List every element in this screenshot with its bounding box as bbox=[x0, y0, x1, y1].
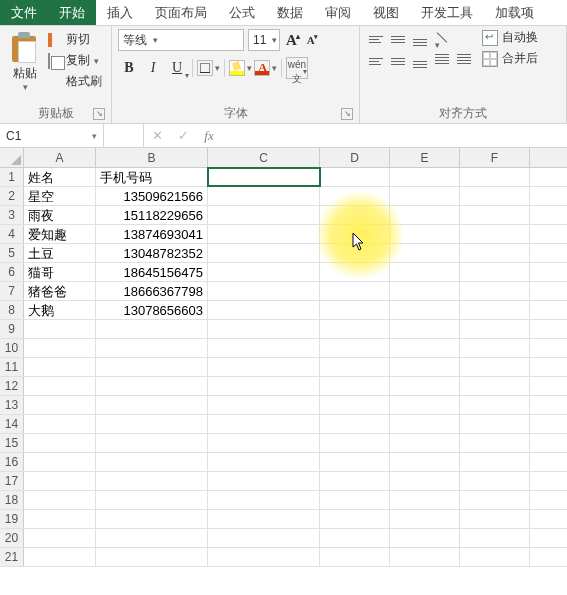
cell-A19[interactable] bbox=[24, 510, 96, 528]
cell-F16[interactable] bbox=[460, 453, 530, 471]
insert-function-button[interactable]: fx bbox=[196, 128, 222, 144]
cell-E5[interactable] bbox=[390, 244, 460, 262]
cell-B9[interactable] bbox=[96, 320, 208, 338]
cell-C19[interactable] bbox=[208, 510, 320, 528]
row-header-9[interactable]: 9 bbox=[0, 320, 24, 338]
cell-F3[interactable] bbox=[460, 206, 530, 224]
cell-F20[interactable] bbox=[460, 529, 530, 547]
cell-C9[interactable] bbox=[208, 320, 320, 338]
cell-C4[interactable] bbox=[208, 225, 320, 243]
cell-F21[interactable] bbox=[460, 548, 530, 566]
cell-D16[interactable] bbox=[320, 453, 390, 471]
cell-E4[interactable] bbox=[390, 225, 460, 243]
cell-F15[interactable] bbox=[460, 434, 530, 452]
cell-F9[interactable] bbox=[460, 320, 530, 338]
name-box-dropdown[interactable]: ▾ bbox=[92, 131, 97, 141]
cell-F1[interactable] bbox=[460, 168, 530, 186]
cell-A4[interactable]: 爱知趣 bbox=[24, 225, 96, 243]
cell-D18[interactable] bbox=[320, 491, 390, 509]
cell-A9[interactable] bbox=[24, 320, 96, 338]
align-left-button[interactable] bbox=[366, 51, 386, 71]
cell-C14[interactable] bbox=[208, 415, 320, 433]
cell-F14[interactable] bbox=[460, 415, 530, 433]
row-header-15[interactable]: 15 bbox=[0, 434, 24, 452]
cell-D2[interactable] bbox=[320, 187, 390, 205]
cell-A17[interactable] bbox=[24, 472, 96, 490]
cell-E21[interactable] bbox=[390, 548, 460, 566]
cell-B21[interactable] bbox=[96, 548, 208, 566]
font-dialog-launcher[interactable]: ↘ bbox=[341, 108, 353, 120]
cell-E14[interactable] bbox=[390, 415, 460, 433]
row-header-21[interactable]: 21 bbox=[0, 548, 24, 566]
cell-E11[interactable] bbox=[390, 358, 460, 376]
cell-A6[interactable]: 猫哥 bbox=[24, 263, 96, 281]
cell-D9[interactable] bbox=[320, 320, 390, 338]
cell-E9[interactable] bbox=[390, 320, 460, 338]
cell-D21[interactable] bbox=[320, 548, 390, 566]
cell-D5[interactable] bbox=[320, 244, 390, 262]
align-middle-button[interactable] bbox=[388, 29, 408, 49]
align-top-button[interactable] bbox=[366, 29, 386, 49]
cell-D8[interactable] bbox=[320, 301, 390, 319]
font-color-button[interactable]: ▾ bbox=[254, 60, 277, 76]
row-header-19[interactable]: 19 bbox=[0, 510, 24, 528]
column-header-E[interactable]: E bbox=[390, 148, 460, 167]
cell-A11[interactable] bbox=[24, 358, 96, 376]
tab-review[interactable]: 审阅 bbox=[314, 0, 362, 25]
cell-B13[interactable] bbox=[96, 396, 208, 414]
tab-page-layout[interactable]: 页面布局 bbox=[144, 0, 218, 25]
tab-developer[interactable]: 开发工具 bbox=[410, 0, 484, 25]
cell-A8[interactable]: 大鹅 bbox=[24, 301, 96, 319]
paste-dropdown[interactable]: ▾ bbox=[6, 82, 44, 92]
cell-D3[interactable] bbox=[320, 206, 390, 224]
cell-F19[interactable] bbox=[460, 510, 530, 528]
cell-D4[interactable] bbox=[320, 225, 390, 243]
cell-D20[interactable] bbox=[320, 529, 390, 547]
select-all-button[interactable] bbox=[0, 148, 24, 167]
paste-button[interactable]: 粘贴 ▾ bbox=[6, 29, 44, 92]
underline-dropdown[interactable]: ▾ bbox=[185, 71, 189, 80]
cell-A14[interactable] bbox=[24, 415, 96, 433]
cell-F10[interactable] bbox=[460, 339, 530, 357]
cell-D1[interactable] bbox=[320, 168, 390, 186]
row-header-2[interactable]: 2 bbox=[0, 187, 24, 205]
font-name-combo[interactable]: 等线▾ bbox=[118, 29, 244, 51]
cell-C15[interactable] bbox=[208, 434, 320, 452]
cell-F18[interactable] bbox=[460, 491, 530, 509]
cell-C21[interactable] bbox=[208, 548, 320, 566]
cell-E20[interactable] bbox=[390, 529, 460, 547]
cell-F11[interactable] bbox=[460, 358, 530, 376]
cell-A21[interactable] bbox=[24, 548, 96, 566]
cell-E16[interactable] bbox=[390, 453, 460, 471]
cell-B11[interactable] bbox=[96, 358, 208, 376]
align-right-button[interactable] bbox=[410, 51, 430, 71]
row-header-17[interactable]: 17 bbox=[0, 472, 24, 490]
cell-B1[interactable]: 手机号码 bbox=[96, 168, 208, 186]
increase-indent-button[interactable] bbox=[454, 51, 474, 71]
cell-D12[interactable] bbox=[320, 377, 390, 395]
cell-C1[interactable] bbox=[208, 168, 320, 186]
cell-D10[interactable] bbox=[320, 339, 390, 357]
cell-B8[interactable]: 13078656603 bbox=[96, 301, 208, 319]
row-header-6[interactable]: 6 bbox=[0, 263, 24, 281]
row-header-20[interactable]: 20 bbox=[0, 529, 24, 547]
cell-A7[interactable]: 猪爸爸 bbox=[24, 282, 96, 300]
bold-button[interactable]: B bbox=[118, 57, 140, 79]
font-size-combo[interactable]: 11▾ bbox=[248, 29, 280, 51]
cell-C2[interactable] bbox=[208, 187, 320, 205]
copy-dropdown[interactable]: ▾ bbox=[94, 56, 99, 66]
cell-C16[interactable] bbox=[208, 453, 320, 471]
cell-A16[interactable] bbox=[24, 453, 96, 471]
row-header-8[interactable]: 8 bbox=[0, 301, 24, 319]
tab-formula[interactable]: 公式 bbox=[218, 0, 266, 25]
cell-C10[interactable] bbox=[208, 339, 320, 357]
cell-B15[interactable] bbox=[96, 434, 208, 452]
cell-C18[interactable] bbox=[208, 491, 320, 509]
row-header-12[interactable]: 12 bbox=[0, 377, 24, 395]
cell-D6[interactable] bbox=[320, 263, 390, 281]
column-header-D[interactable]: D bbox=[320, 148, 390, 167]
cell-E1[interactable] bbox=[390, 168, 460, 186]
cell-D15[interactable] bbox=[320, 434, 390, 452]
cell-E15[interactable] bbox=[390, 434, 460, 452]
cell-C8[interactable] bbox=[208, 301, 320, 319]
